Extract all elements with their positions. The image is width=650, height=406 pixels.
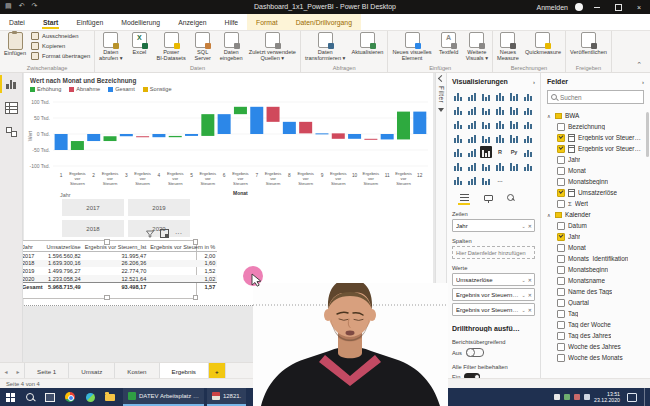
page-nav-next[interactable]: ▸ [12,363,24,379]
field-checkbox[interactable] [557,145,565,153]
pie-chart-icon[interactable] [494,118,506,130]
enter-data-button[interactable]: Daten eingeben [220,32,243,62]
paste-button[interactable]: Einfügen [4,32,26,56]
matrix-table-visual[interactable]: JahrUmsatzerlöseErgebnis vor Steuern_Ist… [17,240,197,299]
close-button[interactable]: × [632,0,646,14]
field-item[interactable]: Datum [547,220,644,231]
field-checkbox[interactable] [557,255,565,263]
matrix-icon[interactable] [480,146,492,158]
q-and-a-icon[interactable] [480,160,492,172]
start-button[interactable] [0,388,20,406]
publish-button[interactable]: Veröffentlichen [570,32,607,55]
task-view-button[interactable] [40,388,60,406]
format-übertragen-button[interactable]: Format übertragen [31,52,90,60]
field-checkbox[interactable] [557,134,565,142]
field-item[interactable]: Monatsbeginn [547,176,644,187]
field-item[interactable]: Monat [547,242,644,253]
more-options-icon[interactable]: … [494,174,506,186]
field-item[interactable]: Monatsname [547,275,644,286]
chevron-down-icon[interactable]: ⌄ [522,307,526,313]
shape-map-icon[interactable] [480,132,492,144]
field-checkbox[interactable] [557,332,565,340]
page-tab-kosten[interactable]: Kosten [115,363,159,379]
fields-scrollbar[interactable] [646,112,649,157]
paginated-report-visual-icon[interactable] [522,146,534,158]
tray-icon[interactable] [564,394,570,400]
chevron-down-icon[interactable]: ⌄ [522,292,526,298]
resize-handle[interactable] [193,239,199,245]
tab-einfügen[interactable]: Einfügen [67,14,112,30]
quick-measure-button[interactable]: Quickmeasure [525,32,561,55]
field-checkbox[interactable] [557,343,565,351]
restore-button[interactable] [611,0,625,14]
field-checkbox[interactable] [557,123,565,131]
collapse-caret-icon[interactable]: ∧ [547,212,552,218]
page-tab-umsatz[interactable]: Umsatz [69,363,115,379]
resize-handle[interactable] [104,239,110,245]
field-item[interactable]: Ergebnis vor Steuern_Ist [547,143,644,154]
recent-sources-button[interactable]: Zuletzt verwendete Quellen ▾ [249,32,296,62]
field-checkbox[interactable] [557,178,565,186]
tab-modellierung[interactable]: Modellierung [112,14,169,30]
power-automate-icon[interactable] [452,174,464,186]
more-options-icon[interactable]: ··· [175,230,182,237]
taskbar-app-12821-[interactable]: 12821. [207,388,246,406]
tray-icon[interactable] [554,394,560,400]
line-and-clustered-column-chart-icon[interactable] [508,104,520,116]
area-chart-icon[interactable] [466,104,478,116]
collapse-caret-icon[interactable]: ∧ [547,113,552,119]
gauge-icon[interactable] [494,132,506,144]
field-item[interactable]: Umsatzerlöse [547,187,644,198]
page-nav-prev[interactable]: ◂ [0,363,12,379]
field-checkbox[interactable] [557,299,565,307]
filter-icon[interactable] [146,230,154,238]
more-visuals-button[interactable]: Weitere Visuals ▾ [466,32,488,62]
tab-hilfe[interactable]: Hilfe [215,14,247,30]
field-item[interactable]: Quartal [547,297,644,308]
tray-icon[interactable] [574,394,580,400]
fields-table-kalender[interactable]: ∧Kalender [547,209,644,220]
table-row[interactable]: 20201.233.058,2412.521,641,02 [20,275,217,283]
taskbar-app-datev-arbeitsplatz-[interactable]: DATEV Arbeitsplatz … [123,388,204,406]
get-more-visuals-icon[interactable] [480,174,492,186]
focus-mode-icon[interactable] [160,229,169,238]
field-checkbox[interactable] [557,156,565,164]
field-item[interactable]: Monatsbeginn [547,264,644,275]
field-item[interactable]: Name des Tags [547,286,644,297]
ribbon-chart-icon[interactable] [522,104,534,116]
resize-handle[interactable] [104,295,110,301]
field-checkbox[interactable] [557,266,565,274]
chrome-button[interactable] [60,388,80,406]
field-checkbox[interactable] [557,233,565,241]
remove-field-icon[interactable]: ✕ [528,223,532,229]
field-pill[interactable]: Ergebnis vor Steuern in %⌄✕ [452,303,535,316]
model-view-button[interactable] [0,120,22,144]
data-view-button[interactable] [0,96,22,120]
field-pill[interactable]: Jahr⌄✕ [452,219,535,232]
new-measure-button[interactable]: Neues Measure [497,32,519,62]
excel-button[interactable]: XExcel [128,32,150,55]
funnel-chart-icon[interactable] [466,118,478,130]
field-checkbox[interactable] [557,321,565,329]
kpi-icon[interactable] [452,146,464,158]
100-stacked-column-chart-icon[interactable] [522,90,534,102]
tab-anzeigen[interactable]: Anzeigen [169,14,215,30]
tray-icon[interactable] [584,394,590,400]
tab-fields[interactable] [458,193,470,205]
decomposition-tree-icon[interactable] [466,160,478,172]
fields-search-input[interactable]: Suchen [547,90,644,104]
field-item[interactable]: Tag des Jahres [547,330,644,341]
expand-filter-pane-icon[interactable] [437,75,444,82]
multi-row-card-icon[interactable] [522,132,534,144]
table-row[interactable]: 20191.499.796,2722.774,701,52 [20,267,217,275]
field-item[interactable]: Monats_Identifikation [547,253,644,264]
action-center-icon[interactable] [627,393,637,402]
tab-format[interactable] [484,193,493,205]
new-visual-button[interactable]: Neues visuelles Element [392,32,431,62]
taskbar-clock[interactable]: 13:51 23.12.2020 [594,391,620,404]
tab-start[interactable]: Start [34,14,68,30]
arcgis-map-icon[interactable] [508,160,520,172]
clustered-column-chart-icon[interactable] [494,90,506,102]
stacked-area-chart-icon[interactable] [480,104,492,116]
taskbar-search-button[interactable] [20,388,40,406]
